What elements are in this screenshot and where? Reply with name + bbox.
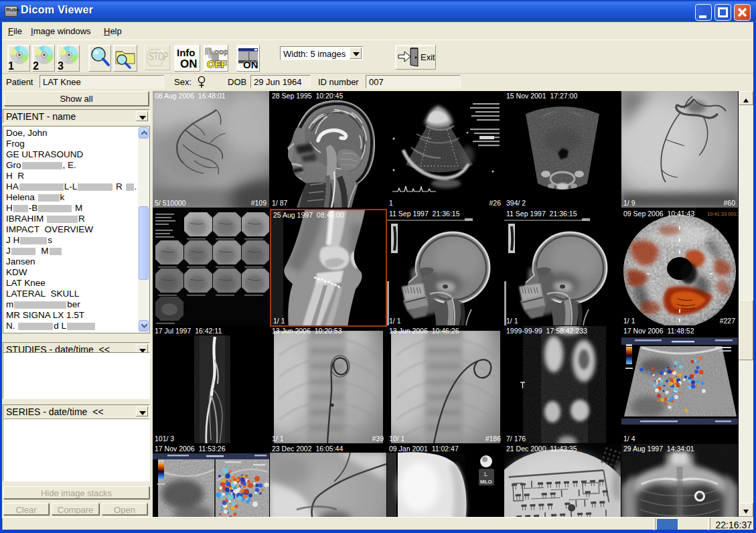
svg-text:MLO: MLO bbox=[480, 479, 492, 485]
svg-text:Info: Info bbox=[177, 47, 196, 58]
svg-text:1: 1 bbox=[8, 60, 14, 71]
svg-text:3: 3 bbox=[58, 60, 64, 71]
svg-text:STOP: STOP bbox=[149, 51, 168, 62]
svg-text:OFF: OFF bbox=[207, 58, 227, 70]
svg-text:ON: ON bbox=[243, 59, 258, 70]
svg-text:2: 2 bbox=[33, 60, 39, 71]
svg-text:Loop: Loop bbox=[210, 48, 228, 56]
svg-text:Exit: Exit bbox=[421, 52, 435, 62]
svg-text:L: L bbox=[484, 471, 487, 477]
svg-text:10:41:33 0013: 10:41:33 0013 bbox=[707, 211, 738, 217]
svg-text:ON: ON bbox=[180, 58, 198, 70]
